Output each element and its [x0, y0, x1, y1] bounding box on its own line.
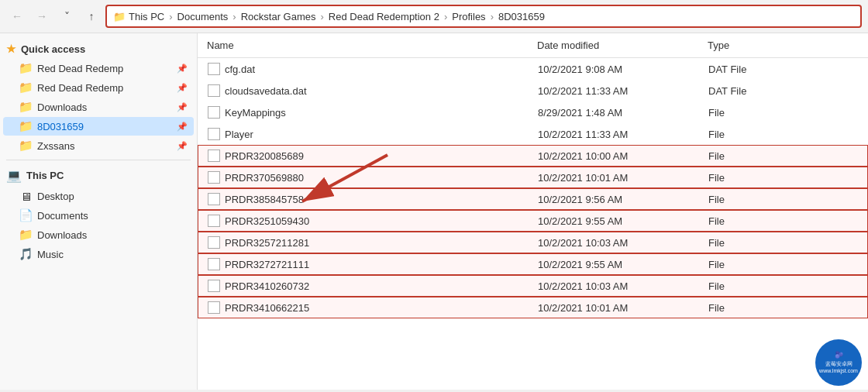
table-row[interactable]: PRDR3272721111 10/2/2021 9:55 AM File — [198, 253, 868, 275]
sidebar-item-desktop[interactable]: 🖥 Desktop — [3, 187, 194, 205]
main-layout: ★ Quick access 📁 Red Dead Redemp 📌 📁 Red… — [0, 33, 868, 390]
table-row[interactable]: cfg.dat 10/2/2021 9:08 AM DAT File — [198, 58, 868, 80]
file-name: cfg.dat — [225, 64, 255, 75]
sidebar-item-documents[interactable]: 📄 Documents — [3, 206, 194, 225]
col-header-name[interactable]: Name — [198, 36, 531, 54]
up-button[interactable]: ↑ — [81, 5, 102, 27]
sidebar-item-red-dead-1[interactable]: 📁 Red Dead Redemp 📌 — [3, 59, 194, 77]
sidebar-item-zxssans[interactable]: 📁 Zxssans 📌 — [3, 136, 194, 155]
folder-icon: 📁 — [19, 61, 33, 75]
pin-icon: 📌 — [177, 102, 188, 112]
folder-icon: 📁 — [19, 119, 33, 133]
file-type: File — [702, 256, 867, 273]
dropdown-button[interactable]: ˅ — [56, 5, 78, 27]
file-date: 8/29/2021 1:48 AM — [532, 105, 702, 121]
table-row[interactable]: PRDR3257211281 10/2/2021 10:03 AM File — [198, 232, 868, 253]
table-row[interactable]: Player 10/2/2021 11:33 AM File — [198, 123, 868, 145]
quick-access-header[interactable]: ★ Quick access — [0, 40, 197, 58]
file-date: 10/2/2021 11:33 AM — [532, 126, 702, 143]
file-type: File — [702, 213, 867, 229]
table-row[interactable]: PRDR385845758 10/2/2021 9:56 AM File — [198, 188, 868, 210]
star-icon: ★ — [6, 43, 16, 55]
file-name: PRDR385845758 — [225, 194, 304, 205]
file-icon — [208, 63, 220, 75]
file-type: File — [702, 126, 867, 143]
sidebar-item-label: Downloads — [37, 229, 87, 241]
sidebar-item-red-dead-2[interactable]: 📁 Red Dead Redemp 📌 — [3, 78, 194, 97]
table-row[interactable]: PRDR3410662215 10/2/2021 10:01 AM File — [198, 297, 868, 318]
file-type: File — [702, 191, 867, 208]
sidebar-item-music[interactable]: 🎵 Music — [3, 245, 194, 263]
file-name-cell: PRDR3251059430 — [198, 212, 532, 229]
file-name: PRDR3251059430 — [225, 215, 309, 227]
file-name-cell: cfg.dat — [198, 60, 532, 77]
file-name: KeyMappings — [225, 107, 286, 119]
file-list: cfg.dat 10/2/2021 9:08 AM DAT File cloud… — [198, 58, 868, 390]
file-date: 10/2/2021 10:01 AM — [532, 170, 702, 186]
table-row[interactable]: PRDR320085689 10/2/2021 10:00 AM File — [198, 145, 868, 167]
folder-icon: 📁 — [19, 100, 33, 114]
file-name-cell: PRDR320085689 — [198, 147, 532, 164]
file-name-cell: PRDR3410260732 — [198, 277, 532, 294]
file-name: cloudsavedata.dat — [225, 85, 307, 97]
address-part-thispc: This PC — [129, 11, 164, 22]
file-name: PRDR3257211281 — [225, 237, 309, 249]
file-name-cell: PRDR370569880 — [198, 169, 532, 186]
address-sep-1: › — [169, 11, 172, 22]
column-headers: Name Date modified Type — [198, 33, 868, 58]
sidebar-item-label: Zxssans — [37, 140, 74, 152]
address-sep-5: › — [491, 11, 494, 22]
folder-icon: 📁 — [19, 228, 33, 242]
file-type: File — [702, 278, 867, 294]
col-header-date[interactable]: Date modified — [531, 36, 701, 54]
address-part-rdr2: Red Dead Redemption 2 — [329, 11, 439, 22]
computer-icon: 💻 — [6, 168, 22, 183]
watermark-line2: www.lmkjst.com — [819, 367, 858, 374]
file-type: File — [702, 148, 867, 164]
file-icon — [208, 193, 220, 205]
address-part-folder: 8D031659 — [498, 11, 545, 22]
table-row[interactable]: PRDR3251059430 10/2/2021 9:55 AM File — [198, 210, 868, 232]
watermark-line1: 蓝莓安卓网 — [825, 360, 852, 367]
file-type: File — [702, 105, 867, 121]
sidebar-item-label: Desktop — [37, 191, 74, 202]
table-row[interactable]: PRDR370569880 10/2/2021 10:01 AM File — [198, 167, 868, 188]
file-name-cell: cloudsavedata.dat — [198, 82, 532, 99]
file-icon — [208, 84, 220, 97]
table-row[interactable]: PRDR3410260732 10/2/2021 10:03 AM File — [198, 275, 868, 297]
this-pc-header[interactable]: 💻 This PC — [0, 165, 197, 186]
sidebar-item-downloads[interactable]: 📁 Downloads 📌 — [3, 98, 194, 116]
file-name-cell: PRDR385845758 — [198, 191, 532, 208]
file-name: PRDR3410260732 — [225, 280, 309, 292]
address-sep-3: › — [320, 11, 323, 22]
table-row[interactable]: KeyMappings 8/29/2021 1:48 AM File — [198, 101, 868, 123]
sidebar-item-label: Red Dead Redemp — [37, 82, 123, 94]
table-row[interactable]: cloudsavedata.dat 10/2/2021 11:33 AM DAT… — [198, 80, 868, 101]
file-icon — [208, 150, 220, 162]
file-date: 10/2/2021 11:33 AM — [532, 83, 702, 99]
address-part-documents: Documents — [177, 11, 229, 22]
forward-button[interactable]: → — [31, 5, 53, 27]
sidebar-item-8d031659[interactable]: 📁 8D031659 📌 — [3, 117, 194, 136]
pin-icon: 📌 — [177, 64, 188, 74]
content-area: Name Date modified Type cfg.dat 10/2/202… — [198, 33, 868, 390]
address-sep-2: › — [232, 11, 236, 22]
col-header-type[interactable]: Type — [701, 36, 868, 54]
file-name: PRDR3272721111 — [225, 259, 309, 270]
sidebar: ★ Quick access 📁 Red Dead Redemp 📌 📁 Red… — [0, 33, 198, 390]
file-icon — [208, 128, 220, 140]
pin-icon: 📌 — [177, 122, 188, 132]
sidebar-item-label: Downloads — [37, 101, 87, 113]
folder-icon: 📁 — [113, 11, 126, 22]
music-icon: 🎵 — [19, 247, 33, 261]
sidebar-divider — [6, 160, 191, 160]
file-icon — [208, 106, 220, 119]
file-name-cell: Player — [198, 126, 532, 143]
file-name: PRDR3410662215 — [225, 302, 309, 314]
file-date: 10/2/2021 10:03 AM — [532, 278, 702, 294]
back-button[interactable]: ← — [6, 5, 28, 27]
address-bar[interactable]: 📁 This PC › Documents › Rockstar Games ›… — [105, 5, 862, 28]
sidebar-item-label: Documents — [37, 210, 88, 222]
sidebar-item-downloads2[interactable]: 📁 Downloads — [3, 225, 194, 244]
folder-icon: 📁 — [19, 81, 33, 95]
